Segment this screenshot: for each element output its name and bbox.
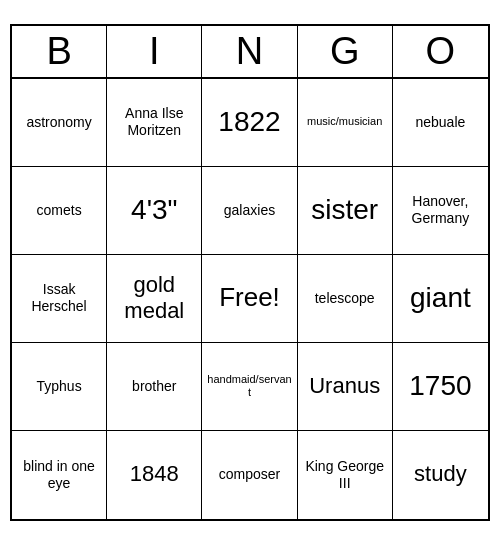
bingo-cell: astronomy	[12, 79, 107, 167]
bingo-card: BINGO astronomyAnna Ilse Moritzen1822mus…	[10, 24, 490, 521]
bingo-header: BINGO	[12, 26, 488, 79]
cell-text: 4'3"	[131, 193, 177, 227]
cell-text: brother	[132, 378, 176, 395]
header-letter: N	[202, 26, 297, 77]
bingo-cell: handmaid/servant	[202, 343, 297, 431]
bingo-cell: Uranus	[298, 343, 393, 431]
bingo-cell: Anna Ilse Moritzen	[107, 79, 202, 167]
bingo-cell: composer	[202, 431, 297, 519]
bingo-cell: study	[393, 431, 488, 519]
bingo-cell: giant	[393, 255, 488, 343]
cell-text: astronomy	[26, 114, 91, 131]
cell-text: Uranus	[309, 373, 380, 399]
cell-text: Typhus	[37, 378, 82, 395]
cell-text: 1822	[218, 105, 280, 139]
bingo-cell: comets	[12, 167, 107, 255]
bingo-cell: Hanover, Germany	[393, 167, 488, 255]
bingo-cell: 1750	[393, 343, 488, 431]
bingo-cell: Typhus	[12, 343, 107, 431]
cell-text: gold medal	[111, 272, 197, 325]
bingo-cell: nebuale	[393, 79, 488, 167]
bingo-cell: 1822	[202, 79, 297, 167]
cell-text: composer	[219, 466, 280, 483]
cell-text: Issak Herschel	[16, 281, 102, 315]
bingo-cell: blind in one eye	[12, 431, 107, 519]
bingo-cell: music/musician	[298, 79, 393, 167]
cell-text: galaxies	[224, 202, 275, 219]
bingo-cell: brother	[107, 343, 202, 431]
cell-text: 1750	[409, 369, 471, 403]
cell-text: telescope	[315, 290, 375, 307]
header-letter: B	[12, 26, 107, 77]
bingo-cell: galaxies	[202, 167, 297, 255]
bingo-cell: sister	[298, 167, 393, 255]
cell-text: music/musician	[307, 115, 382, 128]
header-letter: G	[298, 26, 393, 77]
bingo-cell: telescope	[298, 255, 393, 343]
cell-text: giant	[410, 281, 471, 315]
bingo-cell: King George III	[298, 431, 393, 519]
bingo-cell: 1848	[107, 431, 202, 519]
bingo-cell: gold medal	[107, 255, 202, 343]
cell-text: sister	[311, 193, 378, 227]
cell-text: Free!	[219, 282, 280, 313]
header-letter: O	[393, 26, 488, 77]
cell-text: nebuale	[415, 114, 465, 131]
cell-text: Anna Ilse Moritzen	[111, 105, 197, 139]
bingo-grid: astronomyAnna Ilse Moritzen1822music/mus…	[12, 79, 488, 519]
cell-text: study	[414, 461, 467, 487]
cell-text: Hanover, Germany	[397, 193, 484, 227]
cell-text: King George III	[302, 458, 388, 492]
cell-text: handmaid/servant	[206, 373, 292, 399]
cell-text: blind in one eye	[16, 458, 102, 492]
cell-text: 1848	[130, 461, 179, 487]
header-letter: I	[107, 26, 202, 77]
bingo-cell: Issak Herschel	[12, 255, 107, 343]
cell-text: comets	[37, 202, 82, 219]
bingo-cell: Free!	[202, 255, 297, 343]
bingo-cell: 4'3"	[107, 167, 202, 255]
